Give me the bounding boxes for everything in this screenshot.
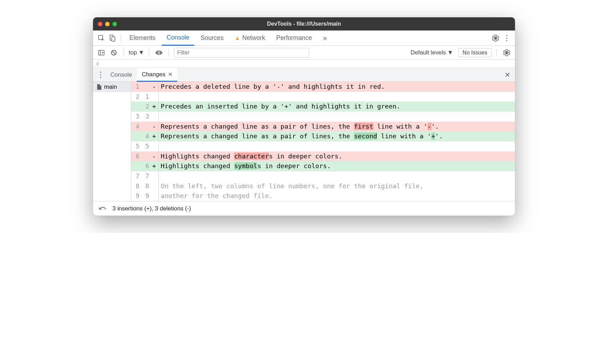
tab-label: Changes — [142, 71, 165, 78]
zoom-window-button[interactable] — [112, 22, 117, 26]
tab-label: Console — [167, 34, 189, 41]
file-list: main — [93, 82, 131, 201]
diff-line: 88 On the left, two columns of line numb… — [131, 181, 515, 191]
file-name: main — [104, 84, 117, 90]
titlebar: DevTools - file:///Users/main — [93, 17, 515, 31]
tab-elements[interactable]: Elements — [125, 31, 160, 46]
toggle-sidebar-icon[interactable] — [96, 48, 106, 58]
svg-point-6 — [158, 52, 160, 53]
drawer-tab-changes[interactable]: Changes ✕ — [137, 68, 177, 82]
diff-line: 55 — [131, 141, 515, 151]
tab-label: Elements — [129, 34, 155, 42]
drawer-tab-console[interactable]: Console — [105, 68, 137, 82]
chevron-down-icon: ▼ — [447, 49, 453, 56]
console-settings-icon[interactable] — [502, 48, 512, 58]
separator — [121, 34, 121, 42]
context-label: top — [129, 49, 137, 56]
window-controls — [98, 22, 117, 26]
filter-input[interactable] — [174, 48, 309, 58]
drawer-tabs: ⋮ Console Changes ✕ ✕ — [93, 68, 515, 82]
minimize-window-button[interactable] — [105, 22, 110, 26]
close-drawer-icon[interactable]: ✕ — [503, 70, 512, 80]
main-toolbar: Elements Console Sources ▲ Network Perfo… — [93, 31, 515, 46]
warning-icon: ▲ — [235, 35, 240, 41]
diff-line: 21 — [131, 92, 515, 102]
diff-line: 4-Represents a changed line as a pair of… — [131, 122, 515, 132]
separator — [124, 49, 124, 57]
levels-label: Default levels — [411, 49, 446, 56]
tab-performance[interactable]: Performance — [271, 31, 317, 46]
diff-line: 1-Precedes a deleted line by a '-' and h… — [131, 82, 515, 92]
chevron-right-icon: › — [96, 61, 98, 67]
tab-label: Console — [110, 71, 132, 78]
chevron-down-icon: ▼ — [138, 49, 144, 56]
tab-network[interactable]: ▲ Network — [230, 31, 270, 46]
file-item-main[interactable]: main — [93, 82, 131, 92]
separator — [497, 49, 497, 57]
log-levels-selector[interactable]: Default levels ▼ — [408, 49, 455, 56]
inspect-element-icon[interactable] — [96, 33, 106, 43]
changes-body: main 1-Precedes a deleted line by a '-' … — [93, 82, 515, 201]
settings-icon[interactable] — [491, 33, 500, 43]
context-selector[interactable]: top ▼ — [129, 49, 144, 56]
tab-label: Performance — [276, 34, 312, 42]
separator — [169, 49, 169, 57]
revert-icon[interactable] — [98, 204, 108, 214]
devtools-window: DevTools - file:///Users/main Elements C… — [93, 17, 515, 216]
diff-line: 77 — [131, 171, 515, 181]
kebab-menu-icon[interactable]: ⋮ — [502, 33, 512, 43]
diff-line: 6-Highlights changed characters in deepe… — [131, 151, 515, 162]
tab-label: Sources — [201, 34, 223, 42]
file-icon — [96, 84, 102, 90]
changes-summary: 3 insertions (+), 3 deletions (-) — [112, 205, 191, 212]
more-tabs-button[interactable]: » — [318, 31, 332, 46]
diff-line: 4+Represents a changed line as a pair of… — [131, 131, 515, 141]
svg-point-7 — [506, 52, 508, 54]
console-prompt[interactable]: › — [93, 60, 515, 68]
diff-viewer[interactable]: 1-Precedes a deleted line by a '-' and h… — [131, 82, 515, 201]
drawer-kebab-icon[interactable]: ⋮ — [96, 70, 105, 80]
diff-line: 2+Precedes an inserted line by a '+' and… — [131, 102, 515, 112]
window-title: DevTools - file:///Users/main — [93, 21, 515, 27]
console-toolbar: top ▼ Default levels ▼ No Issues — [93, 46, 515, 60]
live-expression-icon[interactable] — [154, 48, 164, 58]
svg-point-3 — [495, 37, 497, 39]
separator — [149, 49, 149, 57]
device-toolbar-icon[interactable] — [108, 33, 117, 43]
diff-line: 99 another for the changed file. — [131, 191, 515, 201]
tab-sources[interactable]: Sources — [196, 31, 228, 46]
svg-rect-2 — [112, 37, 115, 41]
tab-label: Network — [242, 34, 265, 42]
changes-footer: 3 insertions (+), 3 deletions (-) — [93, 201, 515, 216]
diff-line: 33 — [131, 112, 515, 122]
close-tab-icon[interactable]: ✕ — [168, 71, 172, 78]
close-window-button[interactable] — [98, 22, 102, 26]
diff-line: 6+Highlights changed symbols in deeper c… — [131, 161, 515, 171]
clear-console-icon[interactable] — [109, 48, 119, 58]
tab-console[interactable]: Console — [162, 31, 194, 46]
issues-button[interactable]: No Issues — [458, 48, 492, 57]
